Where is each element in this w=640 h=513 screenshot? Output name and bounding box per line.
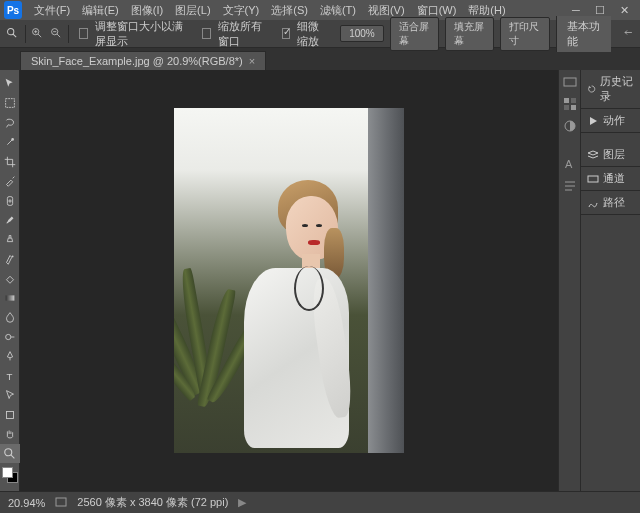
- menu-file[interactable]: 文件(F): [28, 1, 76, 20]
- crop-tool[interactable]: [0, 152, 20, 171]
- menu-select[interactable]: 选择(S): [265, 1, 314, 20]
- options-bar: 调整窗口大小以满屏显示 缩放所有窗口 细微缩放 100% 适合屏幕 填充屏幕 打…: [0, 20, 640, 48]
- print-size-button[interactable]: 打印尺寸: [500, 17, 549, 51]
- svg-rect-26: [564, 78, 576, 86]
- workspace-switcher[interactable]: 基本功能: [556, 16, 611, 52]
- svg-rect-19: [6, 295, 15, 300]
- eraser-tool[interactable]: [0, 269, 20, 288]
- tools-panel: T: [0, 70, 20, 491]
- menu-filter[interactable]: 滤镜(T): [314, 1, 362, 20]
- svg-rect-36: [588, 176, 598, 182]
- zoom-100-button[interactable]: 100%: [340, 25, 384, 42]
- zoom-all-checkbox[interactable]: 缩放所有窗口: [198, 19, 272, 49]
- svg-rect-28: [571, 98, 576, 103]
- fill-screen-button[interactable]: 填充屏幕: [445, 17, 494, 51]
- menu-layer[interactable]: 图层(L): [169, 1, 216, 20]
- status-chevron-icon[interactable]: ▶: [238, 496, 246, 509]
- svg-point-18: [12, 255, 14, 257]
- zoom-tool[interactable]: [0, 444, 20, 463]
- zoom-all-label: 缩放所有窗口: [218, 19, 268, 49]
- status-bar: 20.94% 2560 像素 x 3840 像素 (72 ppi) ▶: [0, 491, 640, 513]
- panels-column: 历史记录 动作 图层 通道 路径: [580, 70, 640, 491]
- marquee-tool[interactable]: [0, 93, 20, 112]
- healing-brush-tool[interactable]: [0, 191, 20, 210]
- svg-text:T: T: [7, 370, 13, 381]
- svg-rect-30: [571, 105, 576, 110]
- gradient-tool[interactable]: [0, 288, 20, 307]
- svg-point-14: [11, 138, 14, 141]
- channels-panel-tab[interactable]: 通道: [581, 167, 640, 191]
- swatches-panel-icon[interactable]: [562, 96, 578, 112]
- channels-label: 通道: [603, 171, 625, 186]
- zoom-tool-icon: [6, 26, 19, 42]
- svg-line-25: [11, 455, 15, 459]
- menu-type[interactable]: 文字(Y): [217, 1, 266, 20]
- svg-rect-23: [7, 411, 14, 418]
- eyedropper-tool[interactable]: [0, 171, 20, 190]
- canvas[interactable]: [20, 70, 558, 491]
- zoom-out-icon[interactable]: [50, 26, 63, 42]
- search-icon[interactable]: [623, 27, 634, 41]
- svg-point-0: [8, 29, 14, 35]
- adjustments-panel-icon[interactable]: [562, 118, 578, 134]
- document-tab-title: Skin_Face_Example.jpg @ 20.9%(RGB/8*): [31, 55, 243, 67]
- svg-line-7: [57, 34, 60, 37]
- clone-stamp-tool[interactable]: [0, 230, 20, 249]
- svg-point-20: [6, 334, 11, 339]
- layers-icon: [587, 149, 599, 161]
- collapsed-dock-1: A: [558, 70, 580, 491]
- svg-line-3: [38, 34, 41, 37]
- hand-tool[interactable]: [0, 424, 20, 443]
- history-panel-tab[interactable]: 历史记录: [581, 70, 640, 109]
- history-label: 历史记录: [600, 74, 634, 104]
- history-icon: [587, 83, 596, 95]
- close-button[interactable]: ✕: [612, 1, 636, 19]
- paths-icon: [587, 197, 599, 209]
- svg-rect-29: [564, 105, 569, 110]
- svg-point-24: [5, 448, 12, 455]
- color-panel-icon[interactable]: [562, 74, 578, 90]
- paths-label: 路径: [603, 195, 625, 210]
- doc-info-icon[interactable]: [55, 496, 67, 510]
- zoom-in-icon[interactable]: [31, 26, 44, 42]
- document-tab[interactable]: Skin_Face_Example.jpg @ 20.9%(RGB/8*) ×: [20, 51, 266, 70]
- svg-rect-37: [56, 498, 66, 506]
- svg-rect-27: [564, 98, 569, 103]
- paragraph-panel-icon[interactable]: [562, 178, 578, 194]
- fit-screen-button[interactable]: 适合屏幕: [390, 17, 439, 51]
- path-selection-tool[interactable]: [0, 386, 20, 405]
- layers-label: 图层: [603, 147, 625, 162]
- menu-edit[interactable]: 编辑(E): [76, 1, 125, 20]
- shape-tool[interactable]: [0, 405, 20, 424]
- paths-panel-tab[interactable]: 路径: [581, 191, 640, 215]
- pen-tool[interactable]: [0, 347, 20, 366]
- resize-window-label: 调整窗口大小以满屏显示: [95, 19, 188, 49]
- magic-wand-tool[interactable]: [0, 132, 20, 151]
- zoom-level[interactable]: 20.94%: [8, 497, 45, 509]
- blur-tool[interactable]: [0, 308, 20, 327]
- svg-text:A: A: [565, 158, 573, 170]
- app-logo: Ps: [4, 1, 22, 19]
- type-tool[interactable]: T: [0, 366, 20, 385]
- actions-label: 动作: [603, 113, 625, 128]
- resize-window-checkbox[interactable]: 调整窗口大小以满屏显示: [75, 19, 192, 49]
- main-area: T: [0, 70, 640, 491]
- actions-panel-tab[interactable]: 动作: [581, 109, 640, 133]
- scrubby-zoom-checkbox[interactable]: 细微缩放: [278, 19, 335, 49]
- dodge-tool[interactable]: [0, 327, 20, 346]
- play-icon: [587, 115, 599, 127]
- history-brush-tool[interactable]: [0, 249, 20, 268]
- move-tool[interactable]: [0, 74, 20, 93]
- document-image: [174, 108, 404, 453]
- lasso-tool[interactable]: [0, 113, 20, 132]
- layers-panel-tab[interactable]: 图层: [581, 143, 640, 167]
- document-dimensions: 2560 像素 x 3840 像素 (72 ppi): [77, 495, 228, 510]
- close-tab-icon[interactable]: ×: [249, 55, 255, 67]
- brush-tool[interactable]: [0, 210, 20, 229]
- svg-line-1: [13, 34, 16, 37]
- channels-icon: [587, 173, 599, 185]
- svg-rect-12: [6, 99, 15, 108]
- menu-image[interactable]: 图像(I): [125, 1, 169, 20]
- character-panel-icon[interactable]: A: [562, 156, 578, 172]
- color-swatches[interactable]: [2, 467, 18, 483]
